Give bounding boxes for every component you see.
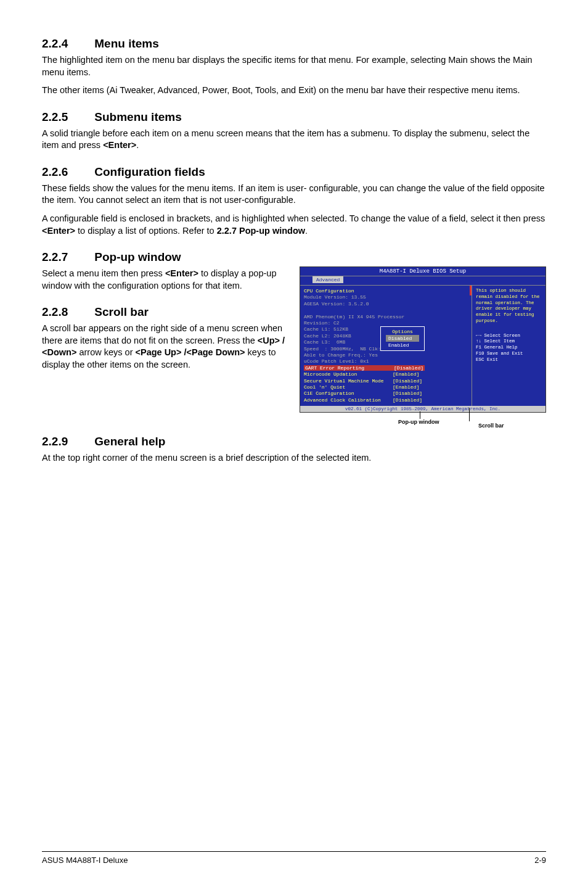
bios-nav-line: F10 Save and Exit xyxy=(476,351,542,357)
text: to display a list of options. Refer to xyxy=(75,226,217,236)
bios-tab-advanced: Advanced xyxy=(312,276,343,283)
section-configuration-fields: 2.2.6 Configuration fields These fields … xyxy=(42,165,546,237)
heading: 2.2.4 Menu items xyxy=(42,37,546,51)
bios-popup-title: Options xyxy=(386,328,419,335)
bios-option-lines: Microcode Updation [Enabled]Secure Virtu… xyxy=(304,371,468,403)
heading: 2.2.9 General help xyxy=(42,435,546,448)
section-menu-items: 2.2.4 Menu items The highlighted item on… xyxy=(42,37,546,97)
key-enter: <Enter> xyxy=(103,140,136,150)
heading: 2.2.5 Submenu items xyxy=(42,110,546,124)
heading: 2.2.7 Pop-up window xyxy=(42,250,286,264)
text: A scroll bar appears on the right side o… xyxy=(42,323,282,345)
section-number: 2.2.8 xyxy=(42,305,91,319)
footer-left: ASUS M4A88T-I Deluxe xyxy=(42,856,128,865)
callout-line xyxy=(420,411,420,419)
bios-selected-row: GART Error Reporting [Disabled] xyxy=(304,365,468,371)
section-popup-window: 2.2.7 Pop-up window Select a menu item t… xyxy=(42,250,286,292)
bios-section-header: CPU Configuration xyxy=(304,288,468,294)
callout-popup-label: Pop-up window xyxy=(398,419,439,425)
bios-side-panel: This option should remain disabled for t… xyxy=(472,286,545,406)
paragraph: These fields show the values for the men… xyxy=(42,183,546,207)
bios-option-line: Secure Virtual Machine Mode [Disabled] xyxy=(304,378,468,384)
bios-option-line: Advanced Clock Calibration [Disabled] xyxy=(304,397,468,403)
paragraph: The highlighted item on the menu bar dis… xyxy=(42,54,546,78)
bios-info-line: uCode Patch Level: 0x1 xyxy=(304,358,468,365)
section-number: 2.2.7 xyxy=(42,250,91,264)
bios-popup-option-selected: Disabled xyxy=(386,335,419,342)
bios-body: CPU Configuration Module Version: 13.55A… xyxy=(300,285,545,406)
text: . xyxy=(136,140,139,150)
section-title: Submenu items xyxy=(94,110,181,123)
bios-nav-line: ↑↓ Select Item xyxy=(476,339,542,345)
bios-option-line: Cool 'n' Quiet [Enabled] xyxy=(304,384,468,390)
callout-line xyxy=(469,408,470,421)
bios-scrollbar xyxy=(470,286,472,406)
paragraph: Select a menu item then press <Enter> to… xyxy=(42,268,286,292)
paragraph: At the top right corner of the menu scre… xyxy=(42,452,546,464)
bios-help-text: This option should remain disabled for t… xyxy=(476,288,542,324)
text: A configurable field is enclosed in brac… xyxy=(42,213,545,223)
section-title: Configuration fields xyxy=(94,165,205,178)
bios-info-line: Module Version: 13.55 xyxy=(304,294,468,300)
section-submenu-items: 2.2.5 Submenu items A solid triangle bef… xyxy=(42,110,546,152)
paragraph: The other items (Ai Tweaker, Advanced, P… xyxy=(42,85,546,97)
bios-footer: v02.61 (C)Copyright 1985-2009, American … xyxy=(300,406,545,412)
bios-popup: Options Disabled Enabled xyxy=(380,326,425,351)
bios-option-line: C1E Configuration [Disabled] xyxy=(304,390,468,397)
bios-nav-line: F1 General Help xyxy=(476,345,542,351)
bios-tabs: Advanced xyxy=(300,276,545,285)
key-enter: <Enter> xyxy=(165,268,198,278)
bios-callouts: Pop-up window Scroll bar xyxy=(300,416,546,435)
heading: 2.2.8 Scroll bar xyxy=(42,305,286,319)
section-number: 2.2.9 xyxy=(42,435,91,448)
paragraph: A solid triangle before each item on a m… xyxy=(42,128,546,152)
bios-nav-line: ←→ Select Screen xyxy=(476,333,542,339)
text: Select a menu item then press xyxy=(42,268,165,278)
bios-info-line: AGESA Version: 3.5.2.0 xyxy=(304,301,468,307)
callout-scroll-label: Scroll bar xyxy=(478,423,504,429)
key-enter: <Enter> xyxy=(42,226,75,236)
heading: 2.2.6 Configuration fields xyxy=(42,165,546,179)
section-number: 2.2.5 xyxy=(42,110,91,124)
section-number: 2.2.4 xyxy=(42,37,91,51)
section-title: General help xyxy=(94,435,165,448)
bios-info-line xyxy=(304,307,468,313)
row-popup-scrollbar: 2.2.7 Pop-up window Select a menu item t… xyxy=(42,250,546,435)
key-pageupdown: <Page Up> /<Page Down> xyxy=(136,347,245,357)
section-title: Menu items xyxy=(94,37,159,50)
bios-info-line: Able to Change Freq.: Yes xyxy=(304,352,468,358)
text: arrow keys or xyxy=(76,347,135,357)
paragraph: A scroll bar appears on the right side o… xyxy=(42,323,286,371)
bios-title: M4A88T-I Deluxe BIOS Setup xyxy=(300,267,545,276)
section-scroll-bar: 2.2.8 Scroll bar A scroll bar appears on… xyxy=(42,305,286,371)
paragraph: A configurable field is enclosed in brac… xyxy=(42,213,546,237)
section-general-help: 2.2.9 General help At the top right corn… xyxy=(42,435,546,464)
text: . xyxy=(305,226,308,236)
bios-info-line: AMD Phenom(tm) II X4 945 Processor xyxy=(304,314,468,320)
section-title: Scroll bar xyxy=(94,305,149,318)
col-right: M4A88T-I Deluxe BIOS Setup Advanced CPU … xyxy=(300,250,546,435)
bios-screenshot: M4A88T-I Deluxe BIOS Setup Advanced CPU … xyxy=(300,266,546,413)
bios-nav-help: ←→ Select Screen ↑↓ Select Item F1 Gener… xyxy=(476,333,542,363)
bios-main-panel: CPU Configuration Module Version: 13.55A… xyxy=(300,286,472,406)
footer-right: 2-9 xyxy=(534,856,546,865)
bios-info-line: Revision: C2 xyxy=(304,320,468,326)
section-title: Pop-up window xyxy=(94,250,181,263)
bios-popup-option: Enabled xyxy=(386,342,419,349)
bios-highlight-text: GART Error Reporting [Disabled] xyxy=(304,365,425,371)
section-number: 2.2.6 xyxy=(42,165,91,179)
cross-ref: 2.2.7 Pop-up window xyxy=(217,226,305,236)
col-left: 2.2.7 Pop-up window Select a menu item t… xyxy=(42,250,286,384)
bios-nav-line: ESC Exit xyxy=(476,357,542,363)
bios-option-line: Microcode Updation [Enabled] xyxy=(304,371,468,377)
page-footer: ASUS M4A88T-I Deluxe 2-9 xyxy=(42,851,546,865)
